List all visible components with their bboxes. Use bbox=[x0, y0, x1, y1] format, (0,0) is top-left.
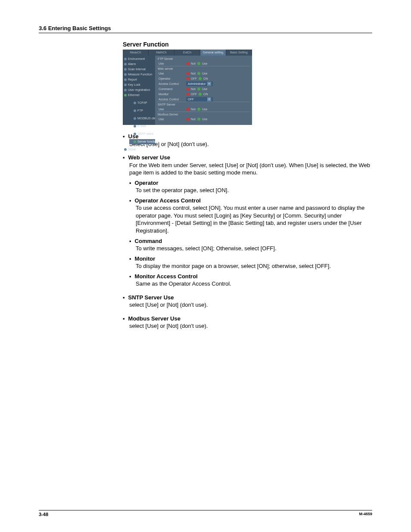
tab-general[interactable]: General setting bbox=[200, 50, 226, 56]
tree-icon bbox=[124, 94, 127, 96]
bullet-icon: • bbox=[123, 294, 125, 302]
bullet-icon: • bbox=[123, 133, 125, 140]
doc-item: •UseSelect [Use] or [Not] (don't use). bbox=[123, 133, 372, 148]
sidebar-item-label: Environment bbox=[128, 57, 145, 61]
sidebar-item[interactable]: E-Mail bbox=[129, 124, 155, 129]
doc-item: •SNTP Server Useselect [Use] or [Not] (d… bbox=[123, 294, 372, 309]
item-heading: •Web server Use bbox=[123, 154, 372, 162]
chevron-down-icon: ▾ bbox=[207, 82, 211, 86]
settings-panel: FTP Server Use Not Use Web server UseNot… bbox=[155, 56, 252, 125]
opt-b: ON bbox=[203, 77, 208, 80]
sidebar-item[interactable]: Serial bbox=[123, 147, 155, 152]
sidebar-item[interactable]: Key Lock bbox=[123, 82, 155, 87]
sidebar-item[interactable]: Server functions bbox=[129, 139, 155, 144]
subitem-heading-text: Operator Access Control bbox=[135, 197, 201, 205]
radio-icon[interactable] bbox=[197, 87, 200, 90]
radio-not-icon[interactable] bbox=[186, 62, 189, 65]
tab-basic[interactable]: Basic Setting bbox=[226, 50, 252, 56]
dropdown-value: OFF bbox=[188, 97, 206, 102]
item-heading: •SNTP Server Use bbox=[123, 294, 372, 302]
opt-b: Use bbox=[202, 87, 207, 90]
sidebar-item[interactable]: User registration bbox=[123, 87, 155, 93]
radio-icon[interactable] bbox=[186, 93, 189, 96]
bullet-icon: • bbox=[129, 179, 131, 187]
bullet-icon: • bbox=[129, 255, 131, 263]
row: MonitorOFFON bbox=[157, 91, 250, 96]
sidebar-item[interactable]: Alarm bbox=[123, 62, 155, 67]
sidebar-item[interactable]: Environment bbox=[123, 56, 155, 62]
radio-icon[interactable] bbox=[186, 72, 189, 75]
label: Monitor bbox=[159, 93, 184, 96]
radio-use-icon[interactable] bbox=[197, 62, 200, 65]
opt-b: ON bbox=[203, 93, 208, 96]
tree-icon bbox=[134, 125, 136, 128]
dropdown[interactable]: Administrator▾ bbox=[186, 81, 213, 86]
tree-icon bbox=[134, 117, 136, 120]
sidebar-item-label: Measure Function bbox=[128, 72, 152, 77]
subitem-heading-text: Operator bbox=[135, 179, 159, 187]
doc-subitem: •Operator Access ControlTo use access co… bbox=[129, 197, 372, 235]
subitem-heading-text: Monitor bbox=[135, 255, 156, 263]
item-body: select [Use] or [Not] (don't use). bbox=[129, 301, 372, 309]
tree-icon bbox=[124, 73, 127, 76]
tree-icon bbox=[124, 89, 127, 91]
radio-not-icon[interactable] bbox=[186, 108, 189, 111]
tab-mathch[interactable]: MathCh bbox=[149, 50, 174, 56]
radio-use-icon[interactable] bbox=[197, 108, 200, 111]
sidebar-item[interactable]: TCP/IP bbox=[129, 100, 155, 106]
radio-icon[interactable] bbox=[199, 77, 202, 80]
sidebar-item[interactable]: SNTP client bbox=[129, 131, 155, 137]
bullet-icon: • bbox=[129, 237, 131, 245]
sidebar-item[interactable]: Report bbox=[123, 77, 155, 82]
group-modbus: Modbus Server bbox=[157, 112, 250, 116]
subitem-heading: •Monitor bbox=[129, 255, 372, 263]
bullet-icon: • bbox=[129, 197, 131, 205]
sidebar-item[interactable]: Scan Interval bbox=[123, 67, 155, 72]
tree-icon bbox=[124, 78, 127, 81]
item-heading-text: Web server Use bbox=[128, 154, 170, 162]
group-sntp: SNTP Server bbox=[157, 102, 250, 106]
tree-icon bbox=[124, 58, 127, 60]
tab-bar: MeasCh MathCh ExtCh General setting Basi… bbox=[123, 50, 252, 56]
doc-number: M-4659 bbox=[359, 512, 372, 517]
sidebar-item[interactable]: Ethernet bbox=[123, 93, 155, 98]
sidebar-item-label: Report bbox=[128, 78, 137, 82]
tab-extch[interactable]: ExtCh bbox=[174, 50, 200, 56]
opt-use: Use bbox=[202, 108, 207, 111]
radio-not-icon[interactable] bbox=[186, 118, 189, 121]
sidebar-item-label: FTP bbox=[137, 109, 143, 113]
sidebar-item[interactable]: Measure Function bbox=[123, 72, 155, 77]
dropdown-value: Administrator bbox=[188, 81, 206, 86]
subitem-heading-text: Monitor Access Control bbox=[135, 273, 198, 280]
doc-item: •Modbus Server Useselect [Use] or [Not] … bbox=[123, 315, 372, 330]
radio-icon[interactable] bbox=[186, 77, 189, 80]
radio-use-icon[interactable] bbox=[197, 118, 200, 121]
label: Command bbox=[159, 87, 184, 90]
opt-a: Not bbox=[191, 87, 196, 90]
radio-icon[interactable] bbox=[197, 72, 200, 75]
group-ftp: FTP Server bbox=[157, 56, 250, 61]
radio-icon[interactable] bbox=[199, 93, 202, 96]
doc-subitem: •MonitorTo display the monitor page on a… bbox=[129, 255, 372, 270]
tree-icon bbox=[124, 84, 127, 86]
subitem-heading-text: Command bbox=[135, 237, 162, 245]
dropdown[interactable]: OFF▾ bbox=[186, 97, 213, 102]
opt-use: Use bbox=[202, 118, 207, 121]
tab-measch[interactable]: MeasCh bbox=[123, 50, 149, 56]
tree-icon bbox=[134, 140, 136, 143]
item-heading: •Modbus Server Use bbox=[123, 315, 372, 323]
label: Access Control bbox=[159, 98, 184, 101]
sidebar-item-label: Server functions bbox=[137, 140, 159, 144]
sidebar-item-label: Ethernet bbox=[128, 93, 139, 97]
subitem-heading: •Command bbox=[129, 237, 372, 245]
opt-not: Not bbox=[191, 62, 196, 65]
item-body: Select [Use] or [Not] (don't use). bbox=[129, 140, 372, 148]
item-body: For the Web item under Server, select [U… bbox=[129, 162, 372, 177]
radio-icon[interactable] bbox=[186, 87, 189, 90]
sidebar-item[interactable]: MODBUS client bbox=[129, 116, 155, 121]
subitem-body: To display the monitor page on a browser… bbox=[136, 262, 372, 270]
sidebar-item[interactable]: FTP bbox=[129, 108, 155, 113]
sidebar: EnvironmentAlarmScan IntervalMeasure Fun… bbox=[123, 56, 155, 125]
sidebar-item-label: TCP/IP bbox=[137, 101, 147, 105]
label: Use bbox=[159, 118, 184, 121]
